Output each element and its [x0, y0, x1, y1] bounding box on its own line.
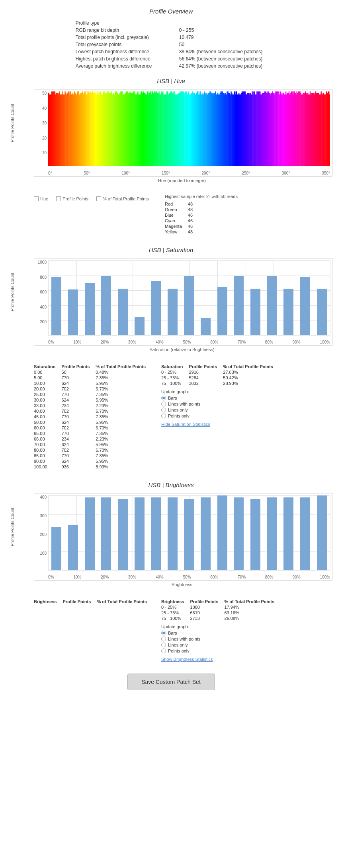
sat-y-axis-tick: 400	[40, 305, 47, 309]
bright-x-axis-tick: 30%	[128, 575, 136, 579]
overview-value: 56.64% (between consecutive patches)	[179, 55, 266, 62]
bright-update-label: Update graph:	[161, 624, 330, 629]
sat-left-data-cell: 7.35%	[96, 375, 152, 381]
bright-right-data-cell: 1880	[190, 604, 224, 610]
bright-show-link[interactable]: Show Brightness Statistics	[161, 657, 213, 662]
bar-group	[181, 260, 197, 335]
overview-label: RGB range bit depth	[76, 27, 179, 34]
hue-right-stats: Highest sample rate: 2° with 50 reads Re…	[165, 194, 238, 235]
hue-legend-box	[96, 196, 101, 201]
sat-left-header-cell: Profile Points	[61, 364, 96, 369]
bright-radio-option[interactable]: Points only	[161, 649, 330, 653]
hue-legend-label: Profile Points	[63, 196, 88, 201]
bright-y-axis-tick: 400	[40, 495, 47, 499]
hue-x-tick: 100°	[121, 171, 130, 175]
bright-radio-circle	[161, 631, 166, 635]
bar	[51, 527, 61, 570]
bright-radio-option[interactable]: Bars	[161, 631, 330, 635]
hue-color-name: Yellow	[165, 229, 188, 235]
hue-x-tick: 250°	[242, 171, 250, 175]
sat-right-header-cell: Profile Points	[189, 364, 223, 369]
sat-left-data-cell: 5.95%	[96, 442, 152, 447]
sat-left-data-cell: 100.00	[34, 464, 61, 470]
bright-x-label: Brightness	[34, 582, 330, 587]
hue-color-value: 46	[188, 223, 199, 229]
overview-row: Average patch brightness difference42.97…	[76, 62, 266, 70]
bar-group	[264, 260, 280, 335]
bright-right-header-cell: % of Total Profile Points	[224, 599, 280, 604]
sat-radio-option[interactable]: Bars	[161, 396, 330, 400]
hue-bars-svg	[48, 91, 330, 166]
hue-color-name: Cyan	[165, 218, 188, 223]
bar	[201, 318, 211, 335]
sat-left-data-row: 85.007707.35%	[34, 453, 152, 458]
save-button-container: Save Custom Patch Set	[12, 674, 330, 690]
hue-color-stat-row: Green48	[165, 207, 199, 212]
bar-group	[148, 260, 164, 335]
bright-col-points: Profile Points	[63, 599, 97, 604]
sat-left-data-cell: 7.35%	[96, 453, 152, 458]
sat-radio-option[interactable]: Lines only	[161, 408, 330, 412]
bar	[217, 287, 227, 335]
sat-left-data-cell: 6.70%	[96, 408, 152, 414]
bar-group	[98, 260, 115, 335]
overview-row: RGB range bit depth0 - 255	[76, 27, 266, 34]
sat-x-label: Saturation (relative to Brightness)	[34, 347, 330, 352]
sat-right-data-row: 25 - 75%528450.42%	[161, 375, 279, 381]
sat-right-data-cell: 5284	[189, 375, 223, 381]
bright-chart-wrapper: Profile Points Count 400300200100 0%10%2…	[12, 493, 330, 595]
bright-radio-option[interactable]: Lines with points	[161, 637, 330, 641]
bright-y-axis-tick: 100	[40, 551, 47, 555]
sat-left-header-row: SaturationProfile Points% of Total Profi…	[34, 364, 152, 369]
sat-left-data-cell: 5.00	[34, 375, 61, 381]
hue-x-label: Hue (rounded to integer)	[34, 178, 330, 183]
bar-group	[164, 495, 181, 570]
hue-legend-box	[34, 196, 39, 201]
sat-left-data-cell: 770	[61, 431, 96, 436]
hue-bar	[329, 95, 330, 166]
overview-row: Total greyscale points50	[76, 41, 266, 48]
sat-left-data-cell: 5.95%	[96, 458, 152, 464]
hue-color-stat-row: Blue46	[165, 212, 199, 218]
bar-group	[280, 260, 297, 335]
hue-y-tick: 40	[42, 107, 47, 111]
sat-x-axis-tick: 70%	[238, 340, 246, 344]
bright-right-data-cell: 0 - 25%	[161, 604, 190, 610]
bright-radio-label: Points only	[168, 649, 190, 653]
bar	[317, 289, 327, 335]
overview-value: 42.97% (between consecutive patches)	[179, 62, 266, 70]
overview-label: Profile type	[76, 19, 179, 27]
sat-left-data-row: 60.007026.70%	[34, 425, 152, 431]
bright-radio-option[interactable]: Lines only	[161, 643, 330, 647]
bright-x-axis-tick: 0%	[48, 575, 54, 579]
hue-color-value: 48	[188, 207, 199, 212]
hue-y-label: Profile Points Count	[10, 104, 15, 142]
sat-left-data-cell: 624	[61, 442, 96, 447]
sat-left-data-cell: 25.00	[34, 392, 61, 397]
sat-left-data-row: 20.007026.70%	[34, 386, 152, 392]
bar	[101, 276, 111, 335]
sat-left-header-cell: % of Total Profile Points	[96, 364, 152, 369]
hue-color-value: 46	[188, 218, 199, 223]
sat-left-data-cell: 6.70%	[96, 447, 152, 453]
sat-right-header-cell: % of Total Profile Points	[223, 364, 279, 369]
sat-hide-link[interactable]: Hide Saturation Statistics	[161, 422, 210, 427]
bar-group	[65, 260, 82, 335]
hue-color-value: 46	[188, 212, 199, 218]
sat-left-data-cell: 5.95%	[96, 397, 152, 403]
save-custom-patch-set-button[interactable]: Save Custom Patch Set	[127, 674, 215, 690]
bright-radio-circle	[161, 649, 166, 653]
sat-x-axis-tick: 60%	[210, 340, 218, 344]
sat-left-table: SaturationProfile Points% of Total Profi…	[34, 364, 152, 470]
sat-left-data-cell: 234	[61, 403, 96, 408]
sat-radio-option[interactable]: Lines with points	[161, 402, 330, 406]
hue-x-axis: 0°50°100°150°200°250°300°350°	[48, 171, 330, 175]
bright-x-axis-tick: 10%	[73, 575, 81, 579]
sat-left-data-cell: 60.00	[34, 425, 61, 431]
sat-left-data-cell: 2.23%	[96, 436, 152, 442]
sat-left-data-cell: 702	[61, 447, 96, 453]
overview-label: Average patch brightness difference	[76, 62, 179, 70]
hue-stats-right: Highest sample rate: 2° with 50 reads Re…	[165, 194, 238, 235]
sat-radio-option[interactable]: Points only	[161, 414, 330, 418]
bright-x-axis-tick: 60%	[210, 575, 218, 579]
